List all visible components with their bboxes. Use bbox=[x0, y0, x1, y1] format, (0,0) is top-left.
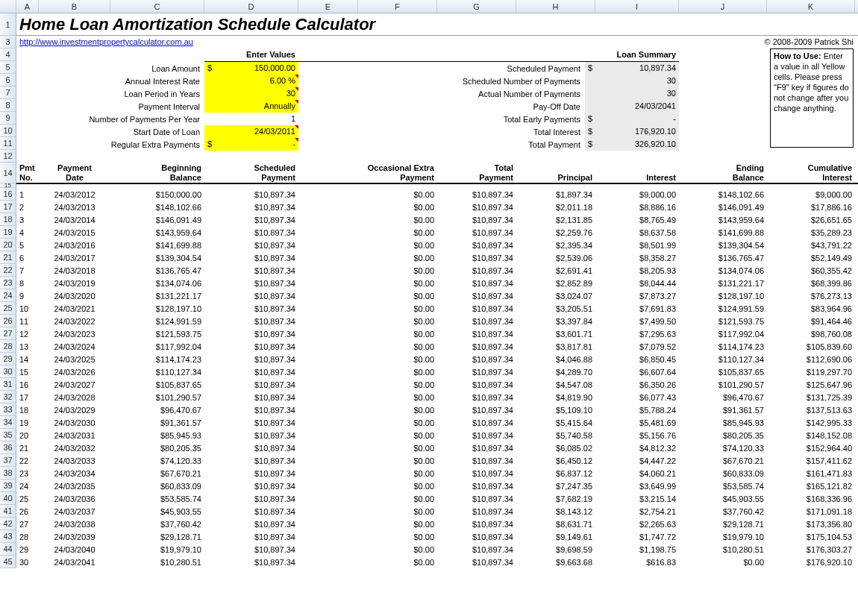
table-cell[interactable]: 24/03/2030 bbox=[39, 417, 110, 430]
table-cell[interactable]: $2,852.89 bbox=[516, 277, 595, 290]
table-cell[interactable]: $117,992.04 bbox=[110, 341, 204, 353]
table-cell[interactable]: $121,593.75 bbox=[110, 328, 204, 341]
table-cell[interactable]: $10,897.34 bbox=[437, 290, 516, 303]
table-cell[interactable] bbox=[298, 277, 358, 290]
table-cell[interactable] bbox=[298, 353, 358, 366]
table-cell[interactable]: 24/03/2016 bbox=[39, 239, 110, 252]
table-cell[interactable]: 24/03/2031 bbox=[39, 430, 110, 442]
table-cell[interactable]: $0.00 bbox=[358, 239, 437, 252]
table-cell[interactable]: $10,897.34 bbox=[204, 468, 298, 480]
table-cell[interactable] bbox=[298, 379, 358, 392]
table-cell[interactable]: $5,788.24 bbox=[595, 404, 679, 417]
table-cell[interactable]: 3 bbox=[16, 214, 39, 227]
row-header[interactable]: 35 bbox=[0, 429, 16, 441]
table-cell[interactable] bbox=[298, 201, 358, 214]
table-cell[interactable]: 24/03/2013 bbox=[39, 201, 110, 214]
table-cell[interactable]: 24/03/2019 bbox=[39, 277, 110, 290]
table-cell[interactable]: $5,415.64 bbox=[516, 417, 595, 430]
table-cell[interactable]: $165,121.82 bbox=[767, 480, 855, 493]
table-cell[interactable]: $67,670.21 bbox=[110, 468, 204, 480]
table-cell[interactable]: $80,205.35 bbox=[110, 442, 204, 455]
table-cell[interactable]: $139,304.54 bbox=[110, 252, 204, 265]
table-cell[interactable]: $3,215.14 bbox=[595, 493, 679, 506]
table-cell[interactable]: $10,897.34 bbox=[437, 417, 516, 430]
row-header[interactable]: 45 bbox=[0, 556, 16, 568]
table-cell[interactable]: $53,585.74 bbox=[110, 493, 204, 506]
table-row[interactable]: 1724/03/2028$101,290.57$10,897.34$0.00$1… bbox=[16, 392, 858, 404]
table-cell[interactable]: $136,765.47 bbox=[110, 265, 204, 277]
table-cell[interactable]: $5,109.10 bbox=[516, 404, 595, 417]
table-cell[interactable]: $4,819.90 bbox=[516, 392, 595, 404]
table-cell[interactable]: $105,839.60 bbox=[767, 341, 855, 353]
table-cell[interactable]: $2,691.41 bbox=[516, 265, 595, 277]
table-cell[interactable]: 17 bbox=[16, 392, 39, 404]
table-cell[interactable] bbox=[298, 417, 358, 430]
table-cell[interactable]: 24/03/2017 bbox=[39, 252, 110, 265]
table-cell[interactable]: $7,682.19 bbox=[516, 493, 595, 506]
row-header[interactable]: 4 bbox=[0, 48, 16, 61]
table-cell[interactable]: $91,464.46 bbox=[767, 315, 855, 328]
table-cell[interactable]: $0.00 bbox=[358, 303, 437, 315]
table-cell[interactable]: 24/03/2033 bbox=[39, 455, 110, 468]
table-cell[interactable]: $10,897.34 bbox=[204, 506, 298, 518]
table-cell[interactable]: $5,481.69 bbox=[595, 417, 679, 430]
table-cell[interactable]: $1,198.75 bbox=[595, 544, 679, 556]
table-row[interactable]: 1424/03/2025$114,174.23$10,897.34$0.00$1… bbox=[16, 353, 858, 366]
table-cell[interactable]: $7,691.83 bbox=[595, 303, 679, 315]
row-header[interactable]: 32 bbox=[0, 391, 16, 403]
col-header[interactable]: B bbox=[39, 0, 110, 13]
table-cell[interactable]: $6,837.12 bbox=[516, 468, 595, 480]
table-cell[interactable]: $148,102.66 bbox=[679, 189, 767, 201]
table-cell[interactable]: $10,897.34 bbox=[437, 265, 516, 277]
table-cell[interactable]: 18 bbox=[16, 404, 39, 417]
table-cell[interactable]: $2,539.06 bbox=[516, 252, 595, 265]
table-cell[interactable]: $10,897.34 bbox=[437, 227, 516, 239]
table-cell[interactable] bbox=[298, 303, 358, 315]
table-cell[interactable]: $105,837.65 bbox=[679, 366, 767, 379]
table-cell[interactable]: 12 bbox=[16, 328, 39, 341]
input-cell[interactable]: $150,000.00 bbox=[204, 62, 298, 75]
row-header[interactable]: 28 bbox=[0, 340, 16, 353]
table-cell[interactable]: $2,265.63 bbox=[595, 518, 679, 531]
table-cell[interactable]: $0.00 bbox=[358, 290, 437, 303]
table-cell[interactable] bbox=[298, 480, 358, 493]
table-cell[interactable]: 24/03/2039 bbox=[39, 531, 110, 544]
table-cell[interactable]: $8,044.44 bbox=[595, 277, 679, 290]
table-cell[interactable]: $6,077.43 bbox=[595, 392, 679, 404]
table-cell[interactable]: $10,897.34 bbox=[437, 328, 516, 341]
table-cell[interactable]: $10,897.34 bbox=[204, 493, 298, 506]
table-cell[interactable]: $85,945.93 bbox=[679, 417, 767, 430]
table-cell[interactable]: $7,499.50 bbox=[595, 315, 679, 328]
table-cell[interactable]: $148,152.08 bbox=[767, 430, 855, 442]
table-cell[interactable]: $10,897.34 bbox=[204, 366, 298, 379]
table-cell[interactable]: $10,897.34 bbox=[437, 315, 516, 328]
table-cell[interactable] bbox=[298, 442, 358, 455]
table-cell[interactable]: $6,085.02 bbox=[516, 442, 595, 455]
row-header[interactable]: 11 bbox=[0, 137, 16, 150]
table-cell[interactable]: $8,358.27 bbox=[595, 252, 679, 265]
table-cell[interactable]: $10,897.34 bbox=[437, 518, 516, 531]
table-cell[interactable]: $10,897.34 bbox=[437, 506, 516, 518]
row-header[interactable]: 10 bbox=[0, 125, 16, 137]
table-cell[interactable]: 24/03/2027 bbox=[39, 379, 110, 392]
row-header[interactable]: 8 bbox=[0, 99, 16, 112]
table-cell[interactable]: $10,897.34 bbox=[437, 480, 516, 493]
row-header[interactable]: 6 bbox=[0, 74, 16, 87]
table-cell[interactable]: $10,280.51 bbox=[679, 544, 767, 556]
table-cell[interactable]: $3,397.84 bbox=[516, 315, 595, 328]
table-cell[interactable]: $10,897.34 bbox=[437, 493, 516, 506]
table-cell[interactable]: 10 bbox=[16, 303, 39, 315]
table-cell[interactable]: $137,513.63 bbox=[767, 404, 855, 417]
table-cell[interactable]: 24/03/2040 bbox=[39, 544, 110, 556]
table-cell[interactable]: $3,024.07 bbox=[516, 290, 595, 303]
table-cell[interactable]: 30 bbox=[16, 556, 39, 569]
table-cell[interactable]: $9,663.68 bbox=[516, 556, 595, 569]
table-cell[interactable]: 5 bbox=[16, 239, 39, 252]
table-cell[interactable]: $10,897.34 bbox=[204, 303, 298, 315]
table-cell[interactable]: $10,897.34 bbox=[204, 277, 298, 290]
row-header[interactable]: 44 bbox=[0, 543, 16, 556]
table-cell[interactable]: $10,897.34 bbox=[204, 214, 298, 227]
col-header[interactable]: I bbox=[595, 0, 679, 13]
table-cell[interactable]: $10,897.34 bbox=[204, 353, 298, 366]
table-cell[interactable] bbox=[298, 556, 358, 569]
